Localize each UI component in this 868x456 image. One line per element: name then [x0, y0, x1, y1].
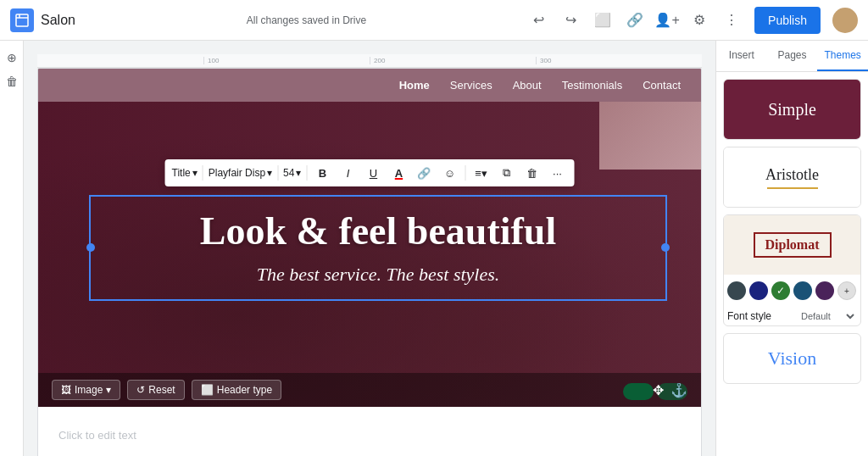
- theme-color-swatches: +: [724, 275, 860, 307]
- undo-button[interactable]: ↩: [524, 6, 553, 35]
- font-style-row: Font style Default Serif Sans-serif: [724, 307, 860, 325]
- divider: [306, 165, 307, 181]
- nav-services[interactable]: Services: [450, 79, 492, 92]
- theme-card-diplomat[interactable]: Diplomat + Font style Default: [723, 214, 861, 326]
- font-color-button[interactable]: A: [388, 163, 409, 183]
- delete-icon[interactable]: 🗑: [2, 71, 22, 92]
- move-icon[interactable]: ✥: [653, 382, 664, 398]
- text-style-dropdown[interactable]: Title ▾: [172, 167, 198, 179]
- theme-vision-label: Vision: [768, 348, 816, 370]
- font-dropdown-arrow: ▾: [267, 167, 272, 179]
- aristotle-underline: [767, 187, 818, 189]
- nav-about[interactable]: About: [513, 79, 542, 92]
- panel-content: Simple Aristotle Diplomat: [716, 72, 868, 456]
- body-placeholder: Click to edit text: [58, 429, 136, 442]
- color-swatch-5[interactable]: [815, 281, 834, 300]
- hero-bottom-right-icons: ✥ ⚓: [653, 382, 687, 398]
- tab-themes[interactable]: Themes: [817, 41, 868, 71]
- nav-home[interactable]: Home: [399, 79, 430, 92]
- site-preview: Home Services About Testimonials Contact…: [37, 68, 702, 456]
- theme-card-simple[interactable]: Simple: [723, 79, 861, 140]
- color-swatch-4[interactable]: [793, 281, 812, 300]
- color-swatch-1[interactable]: [727, 281, 746, 300]
- font-size-dropdown[interactable]: 54 ▾: [283, 167, 301, 179]
- theme-diplomat-preview: Diplomat: [724, 215, 860, 275]
- size-dropdown-arrow: ▾: [296, 167, 301, 179]
- hero-title[interactable]: Look & feel beautiful: [111, 210, 645, 253]
- theme-aristotle-preview: Aristotle: [724, 147, 860, 207]
- dropdown-arrow-icon: ▾: [192, 167, 198, 179]
- hero-corner-image: [599, 102, 701, 170]
- font-style-select[interactable]: Default Serif Sans-serif: [798, 310, 857, 322]
- header-type-button[interactable]: ⬜ Header type: [192, 380, 281, 400]
- link-button[interactable]: 🔗: [414, 163, 434, 183]
- add-element-icon[interactable]: ⊕: [2, 47, 22, 68]
- app-logo[interactable]: [10, 8, 34, 32]
- color-swatch-3[interactable]: [771, 281, 790, 300]
- save-status: All changes saved in Drive: [89, 14, 524, 26]
- main-layout: ⊕ 🗑 100 200 300 Home Services About Test…: [0, 41, 868, 456]
- settings-button[interactable]: ⚙: [685, 6, 714, 35]
- topbar: Salon All changes saved in Drive ↩ ↪ ⬜ 🔗…: [0, 0, 868, 41]
- theme-card-vision[interactable]: Vision: [723, 333, 861, 384]
- reset-icon: ↺: [136, 384, 145, 396]
- anchor-icon[interactable]: ⚓: [670, 382, 687, 398]
- right-panel: Insert Pages Themes Simple Aristotle: [715, 41, 868, 456]
- theme-diplomat-label: Diplomat: [754, 232, 832, 258]
- nav-testimonials[interactable]: Testimonials: [562, 79, 623, 92]
- tab-pages[interactable]: Pages: [767, 41, 818, 71]
- panel-tabs: Insert Pages Themes: [716, 41, 868, 72]
- link-button[interactable]: 🔗: [620, 6, 649, 35]
- color-swatch-2[interactable]: [749, 281, 768, 300]
- redo-button[interactable]: ↪: [556, 6, 585, 35]
- svg-rect-0: [16, 14, 28, 26]
- resize-handle-left[interactable]: [86, 243, 95, 252]
- color-swatch-more[interactable]: +: [837, 281, 856, 300]
- theme-aristotle-label: Aristotle: [765, 166, 819, 184]
- more-button[interactable]: ⋮: [717, 6, 746, 35]
- publish-button[interactable]: Publish: [754, 7, 821, 34]
- resize-handle-right[interactable]: [661, 243, 670, 252]
- copy-format-button[interactable]: ⧉: [496, 163, 516, 183]
- divider: [203, 165, 203, 181]
- image-dropdown-arrow: ▾: [106, 384, 111, 396]
- left-sidebar: ⊕ 🗑: [0, 41, 24, 456]
- divider: [277, 165, 278, 181]
- image-button[interactable]: 🖼 Image ▾: [52, 380, 120, 400]
- user-avatar[interactable]: [832, 8, 858, 33]
- underline-button[interactable]: U: [363, 163, 383, 183]
- site-body[interactable]: Click to edit text: [38, 407, 701, 456]
- header-type-icon: ⬜: [201, 384, 214, 396]
- italic-button[interactable]: I: [337, 163, 358, 183]
- topbar-actions: ↩ ↪ ⬜ 🔗 👤+ ⚙ ⋮ Publish: [524, 6, 858, 35]
- hero-text-box[interactable]: Look & feel beautiful The best service. …: [89, 195, 667, 301]
- font-style-label: Font style: [727, 310, 771, 322]
- hero-bottom-bar: 🖼 Image ▾ ↺ Reset ⬜ Header type ✥ ⚓: [38, 373, 701, 407]
- more-options-button[interactable]: ···: [547, 163, 567, 183]
- reset-button[interactable]: ↺ Reset: [127, 380, 184, 400]
- image-icon: 🖼: [61, 384, 71, 396]
- nav-contact[interactable]: Contact: [643, 79, 681, 92]
- align-button[interactable]: ≡▾: [470, 163, 491, 183]
- delete-button[interactable]: 🗑: [521, 163, 542, 183]
- ruler: 100 200 300: [37, 54, 702, 68]
- emoji-button[interactable]: ☺: [439, 163, 459, 183]
- hero-section[interactable]: Title ▾ Playfair Disp ▾ 54 ▾ B I: [38, 102, 701, 407]
- font-family-dropdown[interactable]: Playfair Disp ▾: [209, 167, 272, 179]
- add-user-button[interactable]: 👤+: [653, 6, 682, 35]
- theme-simple-preview: Simple: [724, 80, 860, 139]
- theme-simple-label: Simple: [768, 100, 816, 120]
- tab-insert[interactable]: Insert: [716, 41, 767, 71]
- site-nav: Home Services About Testimonials Contact: [38, 69, 701, 102]
- canvas-area: 100 200 300 Home Services About Testimon…: [24, 41, 715, 456]
- theme-card-aristotle[interactable]: Aristotle: [723, 147, 861, 208]
- bold-button[interactable]: B: [312, 163, 332, 183]
- divider: [465, 165, 465, 181]
- preview-button[interactable]: ⬜: [588, 6, 617, 35]
- hero-subtitle[interactable]: The best service. The best styles.: [111, 264, 645, 286]
- app-title: Salon: [41, 13, 75, 28]
- text-formatting-toolbar: Title ▾ Playfair Disp ▾ 54 ▾ B I: [165, 159, 575, 186]
